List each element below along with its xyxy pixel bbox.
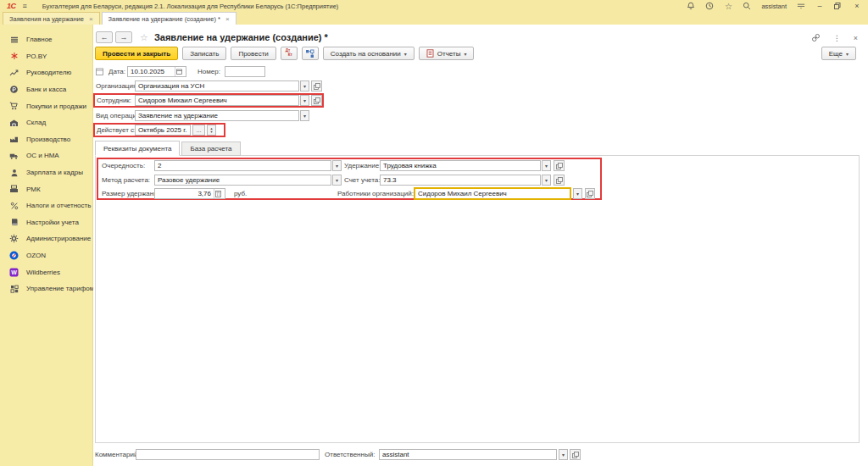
workers-open-icon[interactable] [585,188,595,199]
priority-dropdown-icon[interactable]: ▾ [332,160,342,171]
search-icon[interactable] [743,2,751,10]
deduction-input[interactable]: Трудовая книжка [380,160,541,171]
dtkt-postings-button[interactable]: ДтКт [281,47,298,60]
account-open-icon[interactable] [554,175,565,186]
operation-type-dropdown-icon[interactable]: ▾ [300,110,309,121]
window-tab-list[interactable]: Заявления на удержание × [3,12,100,25]
sidebar-item-bank-cash[interactable]: Банк и касса [0,81,92,98]
sidebar-item-rmk[interactable]: РМК [0,180,92,197]
employee-input[interactable]: Сидоров Михаил Сергеевич [135,95,299,106]
window-tab-document[interactable]: Заявление на удержание (создание) * × [102,12,236,25]
related-documents-button[interactable] [302,47,319,60]
report-icon [426,49,434,58]
priority-input[interactable]: 2 [154,160,331,171]
effective-from-spinner[interactable]: ▲▼ [207,125,216,136]
deduction-open-icon[interactable] [554,160,565,171]
number-label: Номер: [198,66,220,77]
number-input[interactable] [225,66,265,77]
workers-value: Сидоров Михаил Сергеевич [418,190,507,197]
current-user[interactable]: assistant [761,3,787,10]
method-dropdown-icon[interactable]: ▾ [332,175,342,186]
sidebar-item-taxes-reports[interactable]: Налоги и отчетность [0,197,92,214]
notifications-bell-icon[interactable] [687,2,695,10]
operation-type-input[interactable]: Заявление на удержание [135,110,299,121]
responsible-input[interactable]: assistant [379,449,557,460]
truck-icon [9,151,19,160]
employee-dropdown-icon[interactable]: ▾ [300,95,309,106]
amount-value: 3,76 [198,190,211,197]
sidebar-item-label: OZON [26,252,46,259]
more-actions-icon[interactable]: ⋮ [833,34,841,42]
comment-input[interactable] [136,449,320,460]
organization-dropdown-icon[interactable]: ▾ [300,80,309,92]
tab-calculation-base[interactable]: База расчета [181,141,240,156]
favorite-star-icon[interactable]: ☆ [140,32,148,43]
sidebar-item-label: Склад [26,119,46,126]
close-tab-icon[interactable]: × [89,15,93,23]
organization-input[interactable]: Организация на УСН [135,80,299,92]
workers-dropdown-icon[interactable]: ▾ [573,188,582,199]
tab-document-details[interactable]: Реквизиты документа [95,141,180,156]
restore-button[interactable] [834,3,843,9]
sidebar-item-label: Налоги и отчетность [26,202,91,209]
create-based-on-button[interactable]: Создать на основании ▾ [323,47,415,60]
minimize-button[interactable]: – [815,2,824,10]
sidebar-item-wildberries[interactable]: W Wildberries [0,264,92,280]
sidebar-item-accounting-settings[interactable]: Настройки учета [0,214,92,231]
calculator-icon[interactable] [214,189,222,198]
application-title: Бухгалтерия для Беларуси, редакция 2.1. … [42,3,339,10]
date-input[interactable]: 10.10.2025 [127,66,186,77]
deduction-value: Трудовая книжка [383,162,437,169]
employee-open-icon[interactable] [311,95,322,106]
forward-button[interactable]: → [115,31,132,43]
sidebar-item-poby[interactable]: PO.BY [0,48,92,65]
post-and-close-button[interactable]: Провести и закрыть [95,47,178,60]
more-button[interactable]: Еще ▾ [821,47,856,60]
sidebar-item-label: Зарплата и кадры [26,169,83,176]
sidebar-item-main[interactable]: Главное [0,31,92,48]
effective-from-choose-button[interactable]: ... [192,125,205,136]
favorites-star-icon[interactable]: ☆ [724,2,732,10]
history-clock-icon[interactable] [705,2,714,10]
deduction-dropdown-icon[interactable]: ▾ [542,160,551,171]
sidebar-item-purchases-sales[interactable]: Покупки и продажи [0,97,92,114]
sidebar-item-fixed-assets[interactable]: ОС и НМА [0,147,92,164]
date-value: 10.10.2025 [131,68,164,75]
close-window-button[interactable]: × [853,2,861,10]
write-button[interactable]: Записать [182,47,226,60]
sidebar-item-ozon[interactable]: OZON [0,247,92,264]
spinner-down-icon[interactable]: ▼ [210,130,214,134]
sidebar-item-payroll-hr[interactable]: Зарплата и кадры [0,164,92,181]
get-link-icon[interactable] [811,33,821,42]
calendar-picker-icon[interactable] [175,67,183,76]
cash-register-icon [9,185,19,194]
sidebar-item-administration[interactable]: Администрирование [0,230,92,247]
account-dropdown-icon[interactable]: ▾ [542,175,551,186]
organization-open-icon[interactable] [311,80,322,92]
sidebar-item-warehouse[interactable]: Склад [0,114,92,131]
main-menu-icon[interactable]: ≡ [23,3,27,10]
1c-logo: 1С [7,2,16,10]
create-based-on-label: Создать на основании [331,50,401,58]
amount-input[interactable]: 3,76 [154,188,225,199]
sidebar-item-tariff[interactable]: Управление тарифом [0,280,92,297]
workers-input[interactable]: Сидоров Михаил Сергеевич [414,187,571,200]
calendar-mini-icon [96,68,103,75]
effective-from-input[interactable]: Октябрь 2025 г. [135,125,191,136]
method-input[interactable]: Разовое удержание [154,175,331,186]
sidebar-item-manager[interactable]: Руководителю [0,64,92,81]
close-form-icon[interactable]: × [854,34,858,42]
account-input[interactable]: 73.3 [380,175,541,186]
back-button[interactable]: ← [96,31,113,43]
reports-button[interactable]: Отчеты ▾ [419,47,475,60]
effective-from-label: Действует с: [97,125,136,136]
operation-type-value: Заявление на удержание [138,112,218,119]
sidebar-item-production[interactable]: Производство [0,131,92,148]
document-tabs: Реквизиты документа База расчета [95,141,242,156]
responsible-dropdown-icon[interactable]: ▾ [559,449,568,460]
employee-value: Сидоров Михаил Сергеевич [138,97,227,104]
responsible-open-icon[interactable] [570,449,581,460]
post-button[interactable]: Провести [231,47,275,60]
close-tab-icon[interactable]: × [225,15,230,23]
service-menu-icon[interactable] [797,2,805,10]
